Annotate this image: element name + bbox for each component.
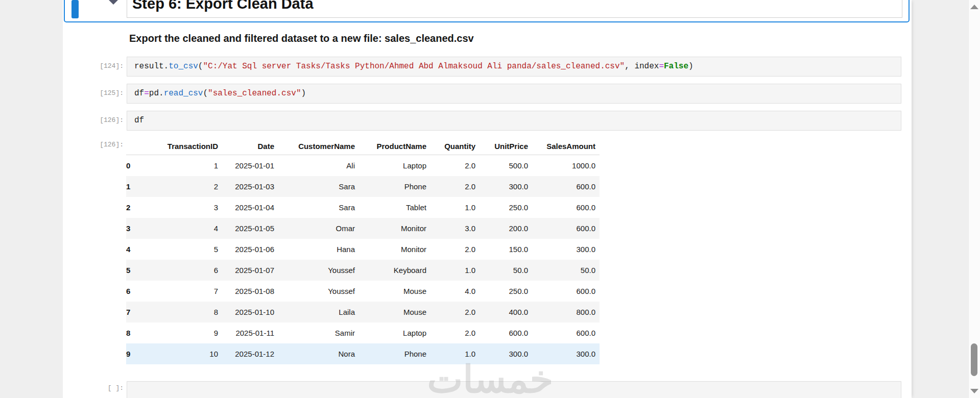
df-cell: 2.0 [431, 239, 480, 260]
df-cell: Phone [359, 343, 431, 364]
df-cell: 4.0 [431, 281, 480, 302]
code-line-124: result.to_csv("C:/Yat Sql server Tasks/T… [134, 62, 694, 71]
df-cell: Nora [278, 343, 359, 364]
df-cell: Laptop [359, 322, 431, 343]
df-cell: Sara [278, 197, 359, 218]
df-cell: 2025-01-11 [222, 322, 278, 343]
df-cell: 600.0 [480, 322, 532, 343]
code-input-125[interactable]: df=pd.read_csv("sales_cleaned.csv") [127, 84, 901, 104]
df-cell: 3.0 [431, 218, 480, 239]
df-cell: 10 [156, 343, 222, 364]
df-cell: 800.0 [532, 302, 600, 322]
df-cell: Mouse [359, 281, 431, 302]
df-cell: 7 [156, 281, 222, 302]
input-prompt-125: [125]: [61, 89, 124, 97]
table-row: 562025-01-07YoussefKeyboard1.050.050.0 [126, 260, 600, 281]
table-row: 782025-01-10LailaMouse2.0400.0800.0 [126, 302, 600, 322]
selected-cell-bar [71, 0, 79, 18]
df-cell: 600.0 [532, 176, 600, 197]
df-row-index: 8 [126, 322, 156, 343]
table-row: 232025-01-04SaraTablet1.0250.0600.0 [126, 197, 600, 218]
df-cell: Youssef [278, 260, 359, 281]
heading-collapser-icon[interactable] [109, 0, 118, 5]
jupyter-notebook-view: Step 6: Export Clean Data Export the cle… [0, 0, 980, 398]
df-cell: 1 [156, 155, 222, 177]
df-column-header: ProductName [359, 137, 431, 155]
df-cell: Phone [359, 176, 431, 197]
df-cell: 2025-01-12 [222, 343, 278, 364]
df-cell: 9 [156, 322, 222, 343]
df-cell: 250.0 [480, 197, 532, 218]
code-line-125: df=pd.read_csv("sales_cleaned.csv") [134, 89, 306, 98]
dataframe-table: TransactionIDDateCustomerNameProductName… [126, 137, 600, 364]
df-cell: 1.0 [431, 260, 480, 281]
df-cell: 2025-01-06 [222, 239, 278, 260]
code-input-124[interactable]: result.to_csv("C:/Yat Sql server Tasks/T… [127, 57, 901, 77]
scrollbar-thumb[interactable] [971, 343, 977, 376]
dataframe-header: TransactionIDDateCustomerNameProductName… [126, 137, 600, 155]
dataframe-output: TransactionIDDateCustomerNameProductName… [126, 137, 600, 364]
scroll-down-icon[interactable] [970, 389, 978, 393]
df-row-index: 7 [126, 302, 156, 322]
df-cell: Laila [278, 302, 359, 322]
table-row: 122025-01-03SaraPhone2.0300.0600.0 [126, 176, 600, 197]
df-corner-cell [126, 137, 156, 155]
table-row: 9102025-01-12NoraPhone1.0300.0300.0 [126, 343, 600, 364]
table-row: 892025-01-11SamirLaptop2.0600.0600.0 [126, 322, 600, 343]
df-row-index: 0 [126, 155, 156, 177]
markdown-subtitle: Export the cleaned and filtered dataset … [129, 33, 474, 44]
df-row-index: 3 [126, 218, 156, 239]
df-column-header: Date [222, 137, 278, 155]
scroll-up-icon[interactable] [970, 5, 978, 9]
df-cell: 2.0 [431, 155, 480, 177]
df-cell: 2.0 [431, 322, 480, 343]
df-cell: 2025-01-07 [222, 260, 278, 281]
df-row-index: 6 [126, 281, 156, 302]
df-cell: 5 [156, 239, 222, 260]
df-cell: 2.0 [431, 176, 480, 197]
df-row-index: 4 [126, 239, 156, 260]
df-row-index: 5 [126, 260, 156, 281]
df-cell: 1.0 [431, 197, 480, 218]
df-cell: 3 [156, 197, 222, 218]
df-cell: 600.0 [532, 197, 600, 218]
df-cell: Monitor [359, 239, 431, 260]
df-cell: 300.0 [480, 176, 532, 197]
df-cell: 4 [156, 218, 222, 239]
df-cell: Sara [278, 176, 359, 197]
df-cell: Tablet [359, 197, 431, 218]
df-cell: 500.0 [480, 155, 532, 177]
df-cell: 1.0 [431, 343, 480, 364]
df-cell: 300.0 [532, 239, 600, 260]
df-column-header: UnitPrice [480, 137, 532, 155]
df-cell: 300.0 [532, 343, 600, 364]
input-prompt-126: [126]: [61, 116, 124, 124]
df-cell: 2025-01-01 [222, 155, 278, 177]
df-cell: 2025-01-03 [222, 176, 278, 197]
df-column-header: TransactionID [156, 137, 222, 155]
vertical-scrollbar[interactable] [968, 0, 980, 398]
df-cell: Keyboard [359, 260, 431, 281]
df-cell: Hana [278, 239, 359, 260]
df-cell: Samir [278, 322, 359, 343]
df-cell: 2.0 [431, 302, 480, 322]
code-input-126[interactable]: df [127, 111, 901, 131]
df-cell: Omar [278, 218, 359, 239]
df-cell: 50.0 [480, 260, 532, 281]
df-cell: 6 [156, 260, 222, 281]
df-cell: 50.0 [532, 260, 600, 281]
output-prompt-126: [126]: [61, 141, 124, 148]
table-row: 012025-01-01AliLaptop2.0500.01000.0 [126, 155, 600, 177]
df-cell: 8 [156, 302, 222, 322]
df-cell: Ali [278, 155, 359, 177]
table-row: 342025-01-05OmarMonitor3.0200.0600.0 [126, 218, 600, 239]
df-cell: 600.0 [532, 322, 600, 343]
df-cell: 2 [156, 176, 222, 197]
df-cell: Laptop [359, 155, 431, 177]
df-cell: 300.0 [480, 343, 532, 364]
df-row-index: 9 [126, 343, 156, 364]
table-row: 452025-01-06HanaMonitor2.0150.0300.0 [126, 239, 600, 260]
code-input-empty[interactable] [127, 381, 901, 398]
input-prompt-124: [124]: [61, 62, 124, 70]
df-cell: 2025-01-10 [222, 302, 278, 322]
